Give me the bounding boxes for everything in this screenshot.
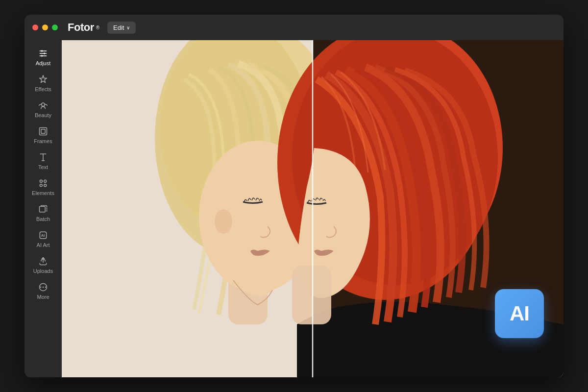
- sidebar-item-more[interactable]: More: [24, 278, 62, 304]
- sidebar-item-elements[interactable]: Elements: [24, 174, 62, 200]
- elements-label: Elements: [32, 190, 54, 196]
- adjust-label: Adjust: [36, 60, 51, 66]
- svg-rect-8: [41, 129, 45, 133]
- frames-icon: [38, 126, 49, 137]
- svg-text:AI: AI: [41, 233, 45, 238]
- svg-point-21: [45, 287, 47, 288]
- svg-rect-7: [40, 128, 47, 135]
- photo-canvas: AI: [62, 40, 564, 377]
- app-logo: Fotor: [68, 21, 94, 34]
- ai-badge[interactable]: AI: [495, 289, 544, 338]
- effects-label: Effects: [35, 86, 51, 92]
- svg-point-19: [43, 287, 44, 288]
- edit-menu-button[interactable]: Edit ∨: [107, 22, 136, 34]
- text-icon: [38, 152, 49, 163]
- text-label: Text: [38, 164, 48, 170]
- svg-rect-16: [40, 206, 46, 212]
- svg-rect-34: [292, 266, 331, 324]
- maximize-button[interactable]: [52, 24, 58, 30]
- ai-badge-label: AI: [510, 302, 529, 325]
- app-window: Fotor ® Edit ∨: [24, 15, 564, 377]
- more-label: More: [37, 294, 49, 300]
- sidebar-item-adjust[interactable]: Adjust: [24, 44, 62, 70]
- frames-label: Frames: [34, 138, 52, 144]
- svg-point-5: [41, 55, 43, 56]
- chevron-down-icon: ∨: [126, 25, 130, 30]
- sidebar-item-ai-art[interactable]: AI AI Art: [24, 226, 62, 252]
- titlebar: Fotor ® Edit ∨: [24, 15, 564, 40]
- sidebar-item-batch[interactable]: Batch: [24, 200, 62, 226]
- svg-point-3: [41, 50, 43, 51]
- elements-icon: [38, 178, 49, 189]
- sidebar: Adjust Effects: [24, 40, 62, 377]
- canvas-area: AI: [62, 40, 564, 377]
- main-content: Adjust Effects: [24, 40, 564, 377]
- uploads-icon: [38, 256, 49, 267]
- app-trademark: ®: [96, 25, 99, 30]
- svg-point-4: [44, 52, 45, 54]
- svg-point-12: [40, 180, 42, 182]
- adjust-icon: [38, 48, 49, 59]
- ai-art-icon: AI: [38, 230, 49, 241]
- sidebar-item-frames[interactable]: Frames: [24, 122, 62, 148]
- sidebar-item-uploads[interactable]: Uploads: [24, 252, 62, 278]
- minimize-button[interactable]: [42, 24, 48, 30]
- edit-label: Edit: [113, 24, 124, 31]
- more-icon: [38, 282, 49, 293]
- traffic-lights: [32, 24, 58, 30]
- uploads-label: Uploads: [33, 268, 53, 274]
- sidebar-item-effects[interactable]: Effects: [24, 70, 62, 96]
- effects-icon: [38, 74, 49, 85]
- sidebar-item-text[interactable]: Text: [24, 148, 62, 174]
- beauty-icon: [38, 100, 49, 111]
- batch-icon: [38, 204, 49, 215]
- svg-point-20: [40, 287, 42, 288]
- photo-illustration: [62, 40, 564, 377]
- ai-art-label: AI Art: [37, 242, 50, 248]
- svg-point-29: [215, 209, 232, 234]
- close-button[interactable]: [32, 24, 38, 30]
- sidebar-item-beauty[interactable]: Beauty: [24, 96, 62, 122]
- svg-point-6: [42, 103, 45, 106]
- batch-label: Batch: [36, 216, 50, 222]
- svg-point-15: [44, 184, 47, 187]
- svg-point-14: [40, 184, 42, 187]
- svg-point-13: [44, 180, 47, 182]
- beauty-label: Beauty: [35, 112, 51, 118]
